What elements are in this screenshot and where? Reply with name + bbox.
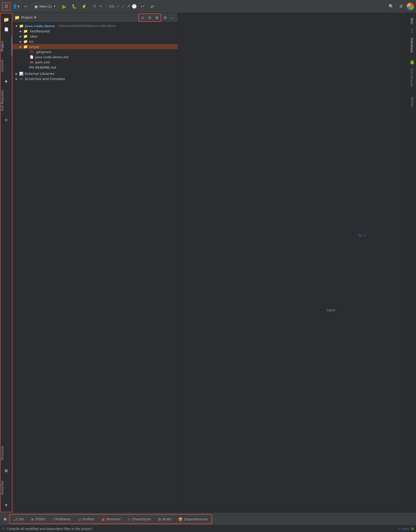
sidebar-icon-folders[interactable]: 📁 bbox=[1, 15, 12, 24]
project-panel-title: 📁 Project ▼ bbox=[14, 15, 36, 20]
run-button[interactable]: ▶ bbox=[60, 2, 69, 11]
dependencies-tab-icon: 📦 bbox=[178, 517, 183, 521]
back-button[interactable]: ↩ bbox=[22, 2, 30, 11]
root-folder-label: java-code-demo bbox=[25, 24, 55, 28]
folder-idea-label: .idea bbox=[29, 34, 37, 38]
settings-panel-button[interactable]: ⚙ bbox=[162, 14, 168, 21]
scroll-from-source-button[interactable]: ⊟ bbox=[146, 14, 153, 21]
problems-tab-icon: ℹ bbox=[53, 517, 54, 521]
layout-button[interactable]: ☰ bbox=[2, 2, 10, 11]
folder-target-icon: 📁 bbox=[23, 45, 28, 49]
bottom-tab-dependencies[interactable]: 📦 Dependencies bbox=[175, 515, 212, 523]
status-bar: ☐ Compile all modified and dependent fil… bbox=[0, 525, 416, 532]
tree-item-readme[interactable]: ▶ MD README.md bbox=[12, 65, 178, 70]
tree-item-target[interactable]: ▶ 📁 target bbox=[12, 44, 178, 49]
bottom-tab-todo[interactable]: ≡ TODO bbox=[27, 515, 49, 523]
bottom-tabs-row: ▣ ⎇ Git ≡ TODO ℹ Problems ◎ Profiler ▣ T… bbox=[0, 513, 416, 525]
tree-root-item[interactable]: ▼ 📁 java-code-demo ~/Documents/GitHub/ja… bbox=[12, 23, 178, 28]
branch-dropdown-icon: ▼ bbox=[53, 5, 56, 8]
build-tab-label: Build bbox=[162, 517, 171, 521]
profiler-tab-label: Profiler bbox=[83, 517, 94, 521]
scratches-label: Scratches and Consoles bbox=[25, 77, 65, 81]
arrow-scratches[interactable]: ▶ bbox=[14, 77, 19, 81]
tree-item-iml[interactable]: ▶ 📄 java-code-demo.iml bbox=[12, 54, 178, 60]
bottom-tab-profiler[interactable]: ◎ Profiler bbox=[74, 515, 98, 523]
sidebar-tab-project[interactable]: Project bbox=[1, 37, 12, 56]
arrow-idea[interactable]: ▶ bbox=[19, 34, 23, 38]
collapse-all-button[interactable]: ⊙ bbox=[139, 14, 146, 21]
content-hint-1: le ⇧ bbox=[358, 233, 366, 238]
dependencies-tab-label: Dependencies bbox=[184, 517, 208, 521]
sidebar-tab-pull-requests[interactable]: Pull Requests bbox=[1, 86, 12, 115]
debug-button[interactable]: 🐛 bbox=[70, 2, 78, 11]
bottom-tab-checkstyle[interactable]: ✓ CheckStyle bbox=[124, 515, 154, 523]
branch-status[interactable]: ⎇ main bbox=[397, 527, 410, 531]
tree-item-scratches[interactable]: ▶ ⊙ Scratches and Consoles bbox=[12, 76, 178, 81]
folder-src-label: src bbox=[29, 40, 34, 44]
terminal-tab-icon: ▣ bbox=[101, 517, 105, 521]
right-tab-bito[interactable]: Bito bbox=[408, 15, 416, 27]
profile-button[interactable]: ⚡ bbox=[80, 2, 88, 11]
status-checkbox[interactable]: ☐ bbox=[2, 527, 5, 530]
bottom-tab-terminal[interactable]: ▣ Terminal bbox=[98, 515, 124, 523]
coverage-button[interactable]: ⏱ bbox=[90, 2, 99, 11]
git-tab-label: Git bbox=[19, 517, 24, 521]
right-tab-fast-request[interactable]: Fast Request bbox=[408, 66, 415, 90]
search-button[interactable]: 🔍 bbox=[387, 2, 395, 11]
sidebar-commit-icon[interactable]: ◆ bbox=[1, 76, 12, 86]
root-expand-arrow[interactable]: ▼ bbox=[14, 24, 19, 28]
main-content-area: le ⇧ nem bbox=[178, 13, 408, 512]
git-label: Git: bbox=[109, 4, 115, 8]
folder-target-label: target bbox=[29, 45, 39, 49]
tree-item-src[interactable]: ▶ 📁 src bbox=[12, 39, 178, 44]
bottom-tab-problems[interactable]: ℹ Problems bbox=[49, 515, 74, 523]
file-readme-icon: MD bbox=[29, 65, 34, 69]
settings-button[interactable]: ⚙ bbox=[397, 2, 405, 11]
arrow-target[interactable]: ▶ bbox=[19, 45, 23, 49]
panel-header-actions: ⊙ ⊟ ⊠ ⚙ — bbox=[138, 13, 176, 22]
tree-item-pom[interactable]: ▶ m pom.xml bbox=[12, 60, 178, 65]
arrow-src[interactable]: ▶ bbox=[19, 39, 23, 44]
file-iml-icon: 📄 bbox=[29, 55, 34, 59]
tree-item-external-libs[interactable]: ▶ 📊 External Libraries bbox=[12, 71, 178, 76]
root-folder-icon: 📁 bbox=[19, 24, 24, 28]
tree-item-fastRequest[interactable]: ▶ 📁 .fastRequest bbox=[12, 28, 178, 34]
git-undo-button[interactable]: ↩ bbox=[138, 2, 147, 11]
arrow-fastRequest[interactable]: ▶ bbox=[19, 29, 23, 33]
git-translate-button[interactable]: ⇄ bbox=[148, 2, 157, 11]
scroll-to-source-button[interactable]: ⊠ bbox=[154, 14, 160, 21]
project-panel-header: 📁 Project ▼ ⊙ ⊟ ⊠ ⚙ — bbox=[12, 13, 178, 22]
coverage-dropdown[interactable]: ▼ bbox=[99, 2, 103, 11]
sidebar-settings-icon[interactable]: ⚙ bbox=[1, 115, 12, 125]
right-tab-chinese[interactable]: 筑波文化伝 bbox=[409, 56, 415, 60]
sidebar-top-icons: 📁 📄 bbox=[1, 13, 12, 34]
right-tab-maven[interactable]: Maven bbox=[409, 95, 415, 110]
project-panel: 📁 Project ▼ ⊙ ⊟ ⊠ ⚙ — ▼ 📁 bbox=[12, 13, 178, 512]
user-avatar-button[interactable]: 👤▾ bbox=[12, 2, 20, 11]
bottom-left-icon[interactable]: ▣ bbox=[2, 516, 8, 522]
left-sidebar: 📁 📄 Project Commit ◆ Pull Requests ⚙ Str… bbox=[0, 13, 12, 512]
sidebar-tab-favorites[interactable]: Favorites bbox=[1, 477, 12, 499]
checkstyle-tab-icon: ✓ bbox=[128, 517, 131, 521]
sidebar-tab-structure[interactable]: Structure bbox=[1, 442, 12, 465]
sidebar-icon-files[interactable]: 📄 bbox=[1, 24, 12, 34]
status-indicator: G bbox=[411, 527, 414, 531]
external-libs-icon: 📊 bbox=[19, 71, 24, 76]
right-tab-database[interactable]: Database bbox=[408, 35, 416, 56]
plugin-icon[interactable] bbox=[407, 3, 414, 10]
hide-panel-button[interactable]: — bbox=[169, 14, 176, 21]
bottom-tab-build[interactable]: ⚙ Build bbox=[154, 515, 175, 523]
profiler-tab-icon: ◎ bbox=[78, 517, 81, 521]
project-dropdown-icon[interactable]: ▼ bbox=[34, 16, 36, 19]
sidebar-favorites-icon[interactable]: ★ bbox=[1, 500, 12, 510]
bottom-tab-git[interactable]: ⎇ Git bbox=[10, 515, 27, 523]
sidebar-structure-icon[interactable]: ▦ bbox=[1, 466, 12, 476]
tree-item-idea[interactable]: ▶ 📁 .idea bbox=[12, 34, 178, 39]
sidebar-tab-commit[interactable]: Commit bbox=[1, 56, 12, 76]
branch-selector[interactable]: ▣ Main (1) ▼ bbox=[32, 3, 59, 10]
external-libs-label: External Libraries bbox=[25, 72, 54, 76]
bito-indicator bbox=[412, 28, 412, 34]
tree-item-gitignore[interactable]: ▶ 🚫 .gitignore bbox=[12, 49, 178, 54]
arrow-external-libs[interactable]: ▶ bbox=[14, 71, 19, 76]
terminal-tab-label: Terminal bbox=[106, 517, 121, 521]
